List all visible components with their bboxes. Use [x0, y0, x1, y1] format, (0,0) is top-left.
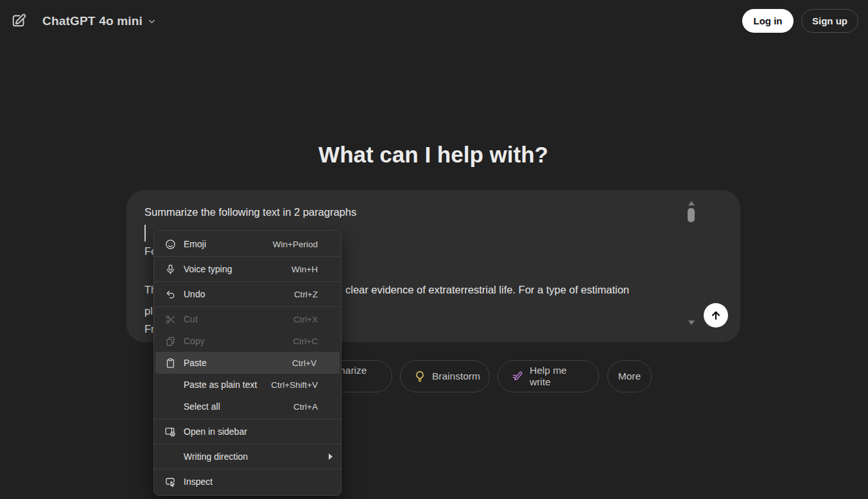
- chatgpt-window: ChatGPT 4o mini Log in Sign up What can …: [0, 0, 868, 499]
- chip-brainstorm[interactable]: Brainstorm: [400, 360, 490, 392]
- chip-help-me-write[interactable]: Help me write: [498, 360, 599, 392]
- menu-item-shortcut: Win+H: [291, 265, 318, 274]
- prompt-text-fragment: pl: [144, 305, 153, 317]
- microphone-icon: [164, 264, 177, 275]
- chevron-down-icon: [147, 17, 157, 26]
- menu-item-undo[interactable]: Undo Ctrl+Z: [154, 283, 341, 305]
- lightbulb-icon: [414, 371, 426, 382]
- paste-icon: [164, 358, 177, 369]
- menu-separator: [154, 256, 341, 257]
- menu-item-inspect[interactable]: Inspect: [154, 471, 341, 493]
- copy-icon: [164, 336, 177, 347]
- menu-item-select-all[interactable]: Select all Ctrl+A: [154, 396, 341, 417]
- prompt-text-visible-line: clear evidence of extraterrestrial life.…: [345, 284, 629, 296]
- compose-icon: [10, 12, 27, 29]
- model-switcher[interactable]: ChatGPT 4o mini: [42, 12, 157, 31]
- chip-label: More: [618, 371, 641, 382]
- menu-item-label: Open in sidebar: [184, 426, 341, 437]
- menu-item-shortcut: Ctrl+A: [293, 402, 318, 412]
- emoji-icon: [164, 239, 177, 250]
- menu-item-open-in-sidebar[interactable]: Open in sidebar: [154, 421, 341, 442]
- undo-icon: [164, 289, 177, 300]
- menu-item-voice-typing[interactable]: Voice typing Win+H: [154, 258, 341, 280]
- send-button[interactable]: [704, 303, 728, 328]
- scissors-icon: [164, 314, 177, 325]
- menu-item-label: Inspect: [184, 477, 341, 487]
- scrollbar-up-arrow[interactable]: [688, 201, 695, 206]
- chip-more[interactable]: More: [607, 360, 652, 392]
- chip-label: Brainstorm: [432, 371, 480, 382]
- prompt-text-line1: Summarize the following text in 2 paragr…: [144, 206, 356, 218]
- menu-item-copy: Copy Ctrl+C: [154, 330, 341, 352]
- menu-item-paste-as-plain-text[interactable]: Paste as plain text Ctrl+Shift+V: [154, 374, 341, 396]
- menu-separator: [154, 444, 341, 444]
- context-menu: Emoji Win+Period Voice typing Win+H Undo…: [153, 230, 342, 496]
- menu-item-shortcut: Ctrl+V: [292, 358, 317, 368]
- model-title: ChatGPT 4o mini: [42, 14, 143, 28]
- menu-item-writing-direction[interactable]: Writing direction: [154, 446, 341, 468]
- submenu-arrow-icon: [329, 453, 333, 460]
- menu-item-shortcut: Ctrl+Shift+V: [271, 380, 318, 390]
- scrollbar-thumb[interactable]: [688, 208, 695, 222]
- sign-up-button[interactable]: Sign up: [801, 9, 858, 33]
- menu-item-shortcut: Ctrl+X: [293, 315, 318, 324]
- menu-item-label: Writing direction: [184, 451, 341, 462]
- menu-separator: [154, 306, 341, 307]
- menu-separator: [154, 281, 341, 282]
- page-title: What can I help with?: [126, 142, 740, 168]
- menu-separator: [154, 419, 341, 419]
- menu-item-cut: Cut Ctrl+X: [154, 308, 341, 330]
- new-chat-button[interactable]: [8, 10, 30, 31]
- text-cursor: [144, 225, 146, 241]
- chip-label: Help me write: [530, 365, 585, 388]
- pen-icon: [512, 371, 523, 382]
- arrow-up-icon: [709, 309, 722, 322]
- menu-item-emoji[interactable]: Emoji Win+Period: [154, 233, 341, 255]
- inspect-icon: [164, 476, 177, 487]
- menu-item-shortcut: Win+Period: [273, 240, 318, 249]
- scrollbar-down-arrow[interactable]: [688, 320, 695, 325]
- menu-item-paste[interactable]: Paste Ctrl+V: [155, 352, 340, 374]
- open-in-sidebar-icon: [164, 426, 177, 437]
- menu-separator: [154, 469, 341, 469]
- log-in-button[interactable]: Log in: [742, 9, 794, 33]
- menu-item-shortcut: Ctrl+Z: [294, 290, 318, 299]
- menu-item-shortcut: Ctrl+C: [293, 337, 318, 346]
